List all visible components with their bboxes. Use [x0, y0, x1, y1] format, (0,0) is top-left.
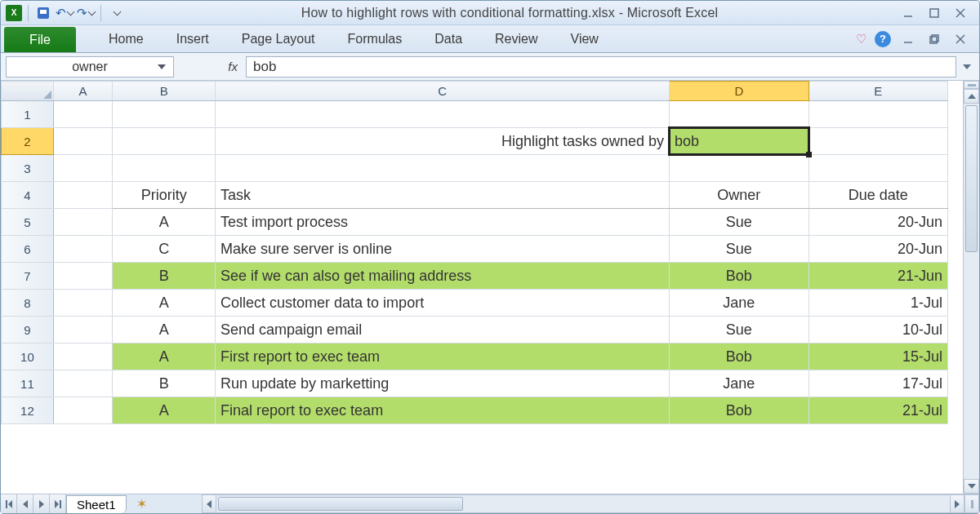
cell-B12[interactable]: A: [113, 397, 216, 424]
cell-D11[interactable]: Jane: [670, 370, 808, 397]
cell-A11[interactable]: [53, 370, 112, 397]
vscroll-thumb[interactable]: [965, 105, 978, 252]
row-header-9[interactable]: 9: [2, 317, 54, 343]
cell-B6[interactable]: C: [113, 236, 216, 263]
cell-D6[interactable]: Sue: [670, 236, 808, 263]
cell-A9[interactable]: [53, 317, 112, 343]
scroll-right-button[interactable]: [950, 494, 964, 513]
cell-B2[interactable]: [113, 128, 216, 155]
split-handle[interactable]: [964, 81, 979, 89]
cell-E7[interactable]: 21-Jun: [808, 263, 947, 290]
cell-B10[interactable]: A: [113, 343, 216, 370]
row-header-4[interactable]: 4: [2, 182, 54, 209]
cell-B4[interactable]: Priority: [113, 182, 216, 209]
cell-A8[interactable]: [53, 290, 112, 317]
close-button[interactable]: [951, 5, 969, 21]
cell-A7[interactable]: [53, 263, 112, 290]
cell-C2[interactable]: Highlight tasks owned by: [216, 128, 670, 155]
cell-C5[interactable]: Test import process: [216, 209, 670, 236]
column-header-E[interactable]: E: [808, 82, 947, 101]
cell-C3[interactable]: [216, 155, 670, 182]
cell-C4[interactable]: Task: [216, 182, 670, 209]
cell-B7[interactable]: B: [113, 263, 216, 290]
cell-E5[interactable]: 20-Jun: [808, 209, 947, 236]
cell-B3[interactable]: [113, 155, 216, 182]
cell-A10[interactable]: [53, 343, 112, 370]
help-button[interactable]: ?: [875, 31, 891, 47]
cell-C12[interactable]: Final report to exec team: [216, 397, 670, 424]
cell-E12[interactable]: 21-Jul: [808, 397, 947, 424]
insert-function-button[interactable]: fx: [177, 56, 243, 78]
cell-B11[interactable]: B: [113, 370, 216, 397]
vscroll-track[interactable]: [964, 104, 979, 479]
cell-E10[interactable]: 15-Jul: [808, 343, 947, 370]
cell-C11[interactable]: Run update by marketting: [216, 370, 670, 397]
new-sheet-button[interactable]: ✶: [131, 494, 153, 513]
cell-D4[interactable]: Owner: [670, 182, 808, 209]
row-header-2[interactable]: 2: [2, 128, 54, 155]
column-header-D[interactable]: D: [670, 82, 808, 101]
ribbon-restore-button[interactable]: [925, 31, 943, 47]
hscroll-thumb[interactable]: [218, 497, 463, 511]
horizontal-scrollbar[interactable]: [202, 494, 979, 513]
spreadsheet-grid[interactable]: ABCDE 12Highlight tasks owned bybob34Pri…: [1, 81, 948, 424]
cell-D8[interactable]: Jane: [670, 290, 808, 317]
cell-D12[interactable]: Bob: [670, 397, 808, 424]
cell-A4[interactable]: [53, 182, 112, 209]
excel-logo-icon[interactable]: X: [6, 5, 22, 21]
cell-B9[interactable]: A: [113, 317, 216, 343]
row-header-1[interactable]: 1: [2, 101, 54, 128]
save-button[interactable]: [34, 4, 52, 22]
ribbon-close-button[interactable]: [951, 31, 969, 47]
formula-input[interactable]: bob: [246, 56, 956, 78]
cell-B8[interactable]: A: [113, 290, 216, 317]
vertical-scrollbar[interactable]: [963, 81, 979, 494]
last-sheet-button[interactable]: [50, 494, 66, 513]
expand-formula-bar-button[interactable]: [960, 64, 974, 69]
cell-A12[interactable]: [53, 397, 112, 424]
cell-E6[interactable]: 20-Jun: [808, 236, 947, 263]
cell-D3[interactable]: [670, 155, 808, 182]
cell-C7[interactable]: See if we can also get mailing address: [216, 263, 670, 290]
cell-B5[interactable]: A: [113, 209, 216, 236]
minimize-button[interactable]: [899, 5, 917, 21]
first-sheet-button[interactable]: [1, 494, 17, 513]
column-header-B[interactable]: B: [113, 82, 216, 101]
cell-A2[interactable]: [53, 128, 112, 155]
hscroll-track[interactable]: [216, 494, 950, 513]
select-all-corner[interactable]: [2, 82, 54, 101]
cell-E8[interactable]: 1-Jul: [808, 290, 947, 317]
ribbon-minimize-button[interactable]: [899, 31, 917, 47]
row-header-3[interactable]: 3: [2, 155, 54, 182]
ribbon-tab-page-layout[interactable]: Page Layout: [240, 27, 317, 51]
scroll-up-button[interactable]: [964, 89, 979, 104]
row-header-11[interactable]: 11: [2, 370, 54, 397]
cell-D5[interactable]: Sue: [670, 209, 808, 236]
row-header-12[interactable]: 12: [2, 397, 54, 424]
cell-C9[interactable]: Send campaign email: [216, 317, 670, 343]
ribbon-tab-view[interactable]: View: [569, 27, 600, 51]
cell-E4[interactable]: Due date: [808, 182, 947, 209]
name-box[interactable]: owner: [6, 56, 174, 78]
sheet-tab[interactable]: Sheet1: [66, 495, 127, 513]
customize-qat-button[interactable]: [107, 4, 125, 22]
ribbon-tab-review[interactable]: Review: [493, 27, 539, 51]
ribbon-tab-home[interactable]: Home: [107, 27, 145, 51]
cell-C8[interactable]: Collect customer data to import: [216, 290, 670, 317]
row-header-7[interactable]: 7: [2, 263, 54, 290]
prev-sheet-button[interactable]: [17, 494, 33, 513]
cell-E2[interactable]: [808, 128, 947, 155]
cell-D1[interactable]: [670, 101, 808, 128]
scroll-left-button[interactable]: [202, 494, 216, 513]
cell-A5[interactable]: [53, 209, 112, 236]
ribbon-tab-formulas[interactable]: Formulas: [346, 27, 404, 51]
cell-D7[interactable]: Bob: [670, 263, 808, 290]
cell-D9[interactable]: Sue: [670, 317, 808, 343]
row-header-6[interactable]: 6: [2, 236, 54, 263]
file-tab[interactable]: File: [4, 27, 76, 52]
row-header-10[interactable]: 10: [2, 343, 54, 370]
cell-A3[interactable]: [53, 155, 112, 182]
cell-D2[interactable]: bob: [670, 128, 808, 155]
redo-button[interactable]: ↷: [77, 4, 95, 22]
cell-A1[interactable]: [53, 101, 112, 128]
